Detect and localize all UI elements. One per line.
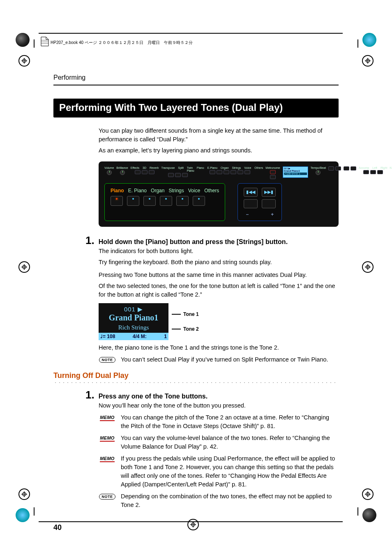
crop-line: [357, 507, 358, 516]
paragraph: Try fingering the keyboard. Both the pia…: [99, 258, 339, 267]
lcd-row: 001 ▶: [99, 303, 168, 313]
label: Others: [254, 166, 263, 169]
label: Volume: [104, 166, 114, 169]
panel-button: [363, 170, 369, 174]
crop-line: [34, 507, 35, 516]
step-number: 1.: [85, 389, 95, 401]
crop-disc-tl: [16, 33, 30, 47]
label: 3D: [143, 166, 146, 169]
paragraph: You can play two different sounds from a…: [99, 127, 339, 144]
plus-label: +: [271, 212, 274, 217]
label: Accomp: [359, 166, 369, 169]
crop-line: [357, 39, 358, 48]
tone-button-organ: [143, 196, 156, 206]
lcd-screen: 001 ▶ Grand Piano1 Rich Strings ♩= 108 4…: [99, 303, 168, 340]
note-text: You can’t select Dual Play if you’ve tur…: [121, 355, 339, 364]
lcd-beat: 4/4 M:: [133, 334, 147, 339]
build-meta: HP207_e.book 40 ページ ２００６年１２月２５日 月曜日 午前９時…: [51, 40, 193, 46]
memo-text: You can vary the volume-level balance of…: [121, 434, 339, 451]
step-text: Hold down the [Piano] button and press t…: [99, 238, 288, 246]
panel-button: [377, 170, 383, 174]
crop-disc-br: [362, 508, 376, 522]
tempo-knob: [316, 170, 321, 175]
memo-block: MEMO You can vary the volume-level balan…: [99, 434, 339, 451]
callout-tone1: Tone 1: [172, 311, 199, 317]
memo-tag: MEMO: [100, 415, 114, 421]
registration-mark: [18, 55, 30, 67]
label: Strings: [232, 166, 241, 169]
note-block: NOTE You can’t select Dual Play if you’v…: [99, 355, 339, 364]
label: Brilliance: [116, 166, 128, 169]
lcd-line: ♩=108 4/4 M: 1: [284, 173, 307, 175]
callout-tone2: Tone 2: [172, 326, 199, 332]
label: Right: [380, 166, 387, 169]
panel-button: [135, 170, 141, 174]
crop-disc-bl: [16, 508, 30, 522]
label: Organ: [221, 166, 228, 169]
callout-label: Tone 2: [183, 326, 199, 332]
panel-button: [217, 170, 222, 174]
crop-disc-tr: [362, 33, 376, 47]
label: Piano: [197, 166, 204, 169]
registration-mark: [362, 261, 374, 273]
running-head: Performing: [53, 74, 339, 81]
tone-button-epiano: [127, 196, 139, 206]
memo-tag: MEMO: [100, 435, 114, 442]
lcd-tempo: ♩= 108: [100, 334, 115, 339]
panel-button: [168, 173, 174, 177]
tone-buttons-callout: Piano E. Piano Organ Strings Voice Other…: [104, 183, 225, 221]
minus-label: −: [246, 212, 249, 217]
panel-button: [335, 166, 341, 170]
brilliance-knob: [120, 170, 125, 175]
next-button: ▶▶▮: [262, 188, 276, 197]
panel-button: [224, 170, 229, 174]
paragraph: Of the two selected tones, the one for t…: [99, 282, 339, 299]
lcd-line: 001 ▶: [284, 167, 307, 170]
tone-label: Organ: [151, 188, 164, 193]
memo-tag: MEMO: [100, 456, 114, 462]
label: Tempo/Beat: [311, 166, 326, 169]
lcd-figure: 001 ▶ Grand Piano1 Rich Strings ♩= 108 4…: [99, 303, 339, 340]
panel-button: [175, 173, 181, 177]
panel-button: [344, 166, 349, 170]
tone-label: Strings: [168, 188, 184, 193]
label: Split: [178, 166, 184, 172]
label: Twin Piano: [187, 166, 194, 172]
step-text: Press any one of the Tone buttons.: [99, 393, 208, 400]
tone-button-voice: [176, 196, 189, 206]
step-2: 1. Press any one of the Tone buttons.: [85, 389, 339, 401]
panel-button: [149, 170, 154, 174]
label: Voice: [244, 166, 251, 169]
crop-line: [39, 521, 343, 522]
registration-mark: [362, 488, 374, 500]
tone-label: Voice: [188, 188, 200, 193]
panel-button: [142, 170, 148, 174]
note-tag: NOTE: [99, 494, 115, 500]
lcd-row-tone1: Grand Piano1: [99, 313, 168, 323]
lcd-measure: 1: [164, 334, 167, 339]
step-number: 1.: [85, 234, 95, 247]
panel-lcd-small: 001 ▶ Grand Piano1 ♩=108 4/4 M: 1: [283, 166, 308, 178]
tone-label: E. Piano: [128, 188, 147, 193]
section-title: Performing With Two Layered Tones (Dual …: [53, 99, 339, 117]
paragraph: Pressing two Tone buttons at the same ti…: [99, 271, 339, 279]
panel-button: [182, 173, 188, 177]
label: E.Piano: [208, 166, 218, 169]
nav-buttons-callout: ▮◀◀ ▶▶▮ − +: [238, 183, 282, 221]
step-1: 1. Hold down the [Piano] button and pres…: [85, 234, 339, 247]
registration-mark: [18, 488, 30, 500]
paragraph: As an example, let’s try layering piano …: [99, 146, 339, 155]
label: Effects: [131, 166, 139, 169]
paragraph: Here, the piano tone is the Tone 1 and t…: [99, 343, 339, 352]
label: Metronome: [265, 166, 280, 169]
memo-block: MEMO You can change the pitch of the Ton…: [99, 413, 339, 431]
label: Reverb: [150, 166, 159, 169]
lcd-line: Grand Piano1: [284, 170, 307, 173]
minus-button: [244, 199, 258, 208]
label: KeyTouch: [390, 166, 392, 169]
lcd-row-status: ♩= 108 4/4 M: 1: [99, 333, 168, 340]
volume-knob: [107, 170, 112, 175]
tone-button-others: [193, 196, 205, 206]
note-block: NOTE Depending on the combination of the…: [99, 492, 339, 509]
panel-button: [328, 166, 334, 170]
